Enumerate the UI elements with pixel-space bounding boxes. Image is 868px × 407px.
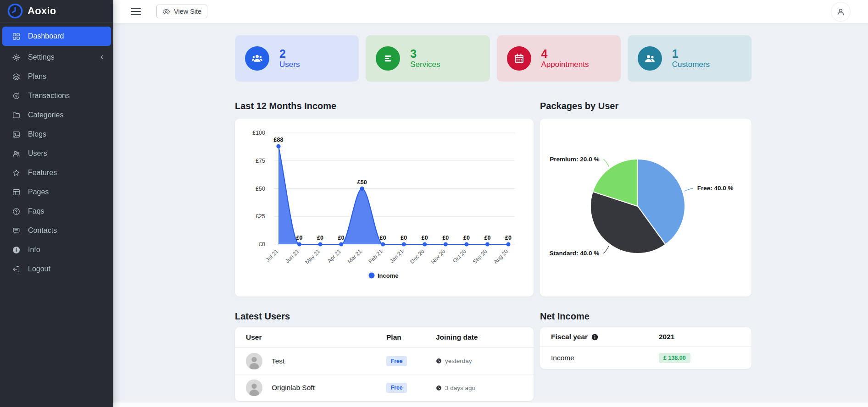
stat-card-appointments[interactable]: 4Appointments <box>497 35 621 82</box>
svg-text:£0: £0 <box>422 235 428 241</box>
user-name: Originlab Soft <box>272 384 315 392</box>
packages-pie-chart: Free: 40.0 %Standard: 40.0 %Premium: 20.… <box>547 126 744 289</box>
fiscal-year-value: 2021 <box>659 333 674 341</box>
svg-text:Sep 20: Sep 20 <box>472 248 489 265</box>
net-income-header: Fiscal year 2021 <box>540 327 751 347</box>
net-income-row: Income £ 138.00 <box>540 347 751 369</box>
stat-label: Appointments <box>541 60 589 69</box>
col-header-plan: Plan <box>386 333 436 341</box>
user-table-row: Originlab SoftFree3 days ago <box>235 374 534 401</box>
latest-users-title: Latest Users <box>235 311 534 322</box>
svg-text:£0: £0 <box>380 235 386 241</box>
question-icon <box>12 207 21 216</box>
svg-text:£88: £88 <box>274 137 284 143</box>
currency-refresh-icon: $ <box>12 92 21 100</box>
eye-icon <box>162 8 170 16</box>
sidebar-item-label: Blogs <box>28 130 46 138</box>
sidebar-item-categories[interactable]: Categories <box>0 105 113 125</box>
user-menu-button[interactable] <box>831 2 851 22</box>
svg-text:Jun 21: Jun 21 <box>284 248 300 264</box>
svg-text:£50: £50 <box>256 186 265 192</box>
sidebar-item-label: Settings <box>28 53 55 61</box>
sidebar-item-plans[interactable]: Plans <box>0 67 113 86</box>
users-icon <box>12 149 21 158</box>
chat-icon <box>12 226 21 235</box>
sidebar-item-info[interactable]: Info <box>0 240 113 259</box>
sidebar-item-label: Plans <box>28 72 46 81</box>
svg-text:Apr 21: Apr 21 <box>326 248 342 264</box>
svg-text:£0: £0 <box>317 235 323 241</box>
sidebar-nav: DashboardSettingsPlans$TransactionsCateg… <box>0 22 113 283</box>
svg-text:£0: £0 <box>338 235 345 241</box>
svg-text:Aug 20: Aug 20 <box>492 248 509 265</box>
svg-text:Jul 21: Jul 21 <box>265 248 280 263</box>
stat-card-services[interactable]: 3Services <box>366 35 490 82</box>
stat-card-users[interactable]: 2Users <box>235 35 359 82</box>
sidebar-item-label: Pages <box>28 188 49 196</box>
col-header-joining-date: Joining date <box>436 333 523 341</box>
sidebar-item-settings[interactable]: Settings <box>0 48 113 67</box>
clock-icon <box>436 385 442 391</box>
user-table-row: TestFreeyesterday <box>235 348 534 374</box>
plan-badge: Free <box>386 383 407 393</box>
sidebar-item-label: Logout <box>28 265 50 273</box>
sidebar-item-contacts[interactable]: Contacts <box>0 221 113 240</box>
svg-text:Dec 20: Dec 20 <box>409 248 426 265</box>
grid-icon <box>12 32 21 41</box>
view-site-button[interactable]: View Site <box>156 5 207 18</box>
sidebar-item-label: Dashboard <box>28 32 64 40</box>
main-content: 2Users3Services4Appointments1Customers L… <box>113 23 868 401</box>
sidebar-item-users[interactable]: Users <box>0 144 113 163</box>
sidebar-item-label: Contacts <box>28 226 57 235</box>
sidebar-item-label: Info <box>28 246 40 254</box>
sidebar-item-pages[interactable]: Pages <box>0 182 113 202</box>
svg-text:Mar 21: Mar 21 <box>346 248 363 265</box>
sidebar-item-label: Users <box>28 149 47 158</box>
sidebar-item-dashboard[interactable]: Dashboard <box>2 27 111 46</box>
svg-text:Premium: 20.0 %: Premium: 20.0 % <box>550 156 599 163</box>
sidebar-item-logout[interactable]: Logout <box>0 259 113 279</box>
svg-text:Income: Income <box>378 272 399 279</box>
person-icon <box>836 7 846 16</box>
svg-text:£50: £50 <box>357 179 367 186</box>
sidebar: Aoxio DashboardSettingsPlans$Transaction… <box>0 0 113 407</box>
plan-badge: Free <box>386 356 407 366</box>
income-amount-badge: £ 138.00 <box>659 353 690 363</box>
joining-date: 3 days ago <box>436 385 523 391</box>
gear-icon <box>12 53 21 62</box>
sidebar-item-label: Transactions <box>28 92 70 100</box>
users-group-icon <box>245 46 269 71</box>
sidebar-item-blogs[interactable]: Blogs <box>0 125 113 144</box>
income-row-label: Income <box>551 354 574 362</box>
svg-text:£75: £75 <box>256 158 265 164</box>
packages-pie-card: Free: 40.0 %Standard: 40.0 %Premium: 20.… <box>540 119 751 297</box>
stat-card-customers[interactable]: 1Customers <box>628 35 751 82</box>
avatar <box>246 353 262 369</box>
sidebar-item-label: Categories <box>28 111 63 119</box>
sidebar-item-transactions[interactable]: $Transactions <box>0 86 113 105</box>
horizontal-scrollbar[interactable] <box>113 402 868 407</box>
latest-users-rows: TestFreeyesterdayOriginlab SoftFree3 day… <box>235 348 534 401</box>
svg-text:Standard: 40.0 %: Standard: 40.0 % <box>550 250 600 257</box>
brand-row: Aoxio <box>0 0 113 22</box>
svg-text:Free: 40.0 %: Free: 40.0 % <box>697 185 734 192</box>
svg-text:Feb 21: Feb 21 <box>367 248 384 265</box>
clock-logo-icon <box>7 3 23 19</box>
packages-chart-title: Packages by User <box>540 101 751 111</box>
stat-value: 3 <box>410 48 440 60</box>
svg-text:£25: £25 <box>256 213 265 220</box>
svg-text:Nov 20: Nov 20 <box>430 248 447 265</box>
stat-value: 2 <box>279 48 300 60</box>
logout-icon <box>12 265 21 274</box>
sidebar-item-label: Features <box>28 169 57 177</box>
topbar: View Site <box>113 0 868 23</box>
income-chart-title: Last 12 Months Income <box>235 101 534 111</box>
net-income-title: Net Income <box>540 311 751 322</box>
sidebar-item-features[interactable]: Features <box>0 163 113 182</box>
sidebar-item-faqs[interactable]: Faqs <box>0 202 113 221</box>
svg-text:May 21: May 21 <box>304 248 321 265</box>
image-icon <box>12 130 21 139</box>
joining-date: yesterday <box>436 358 523 364</box>
menu-toggle-icon[interactable] <box>131 8 141 15</box>
net-income-card: Fiscal year 2021 Inc <box>540 327 751 369</box>
